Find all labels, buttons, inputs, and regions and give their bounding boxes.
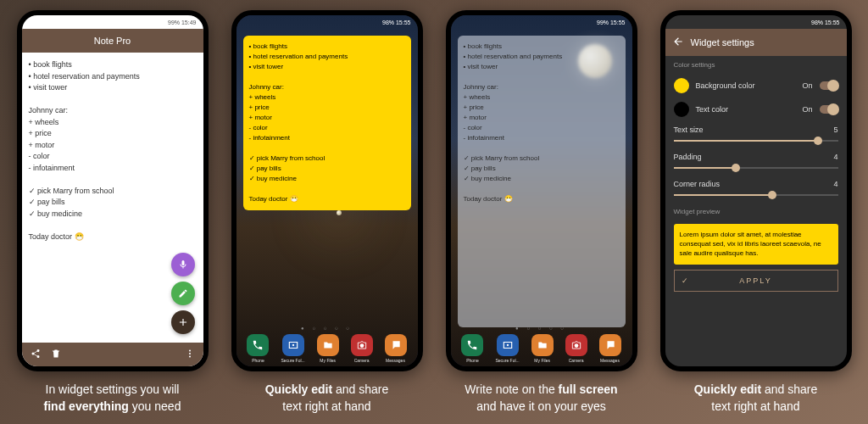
- more-icon[interactable]: [185, 347, 195, 362]
- dock: Phone Secure Fol... My Files Camera Mess…: [242, 334, 413, 363]
- share-icon[interactable]: [31, 347, 41, 362]
- caption: Quickly edit and sharetext right at hand: [694, 382, 818, 415]
- app-files[interactable]: My Files: [317, 334, 339, 363]
- add-button[interactable]: [171, 310, 195, 334]
- app-camera[interactable]: Camera: [565, 334, 587, 363]
- slider-corner[interactable]: [674, 194, 838, 196]
- back-icon[interactable]: [672, 36, 684, 49]
- app-title: Note Pro: [94, 36, 131, 46]
- settings-title: Widget settings: [691, 37, 754, 47]
- panel-3: 99% 15:55 • book flights• hotel reservat…: [437, 10, 647, 415]
- svg-point-2: [189, 356, 191, 358]
- panel-2: 98% 15:55 • book flights• hotel reservat…: [222, 10, 432, 415]
- status-bar: 98% 15:55: [665, 15, 847, 29]
- fab-stack: [171, 253, 195, 334]
- app-secure[interactable]: Secure Fol...: [281, 334, 304, 363]
- svg-point-0: [189, 350, 191, 352]
- check-icon: ✓: [682, 276, 690, 285]
- app-messages[interactable]: Messages: [385, 334, 407, 363]
- panel-1: 99% 15:49 Note Pro • book flights• hotel…: [8, 10, 218, 415]
- widget-preview: Lorem ipsum dolor sit amet, at molestiae…: [674, 224, 838, 265]
- widget-note[interactable]: • book flights• hotel reservation and pa…: [243, 36, 411, 210]
- toggle-bg[interactable]: [820, 81, 838, 90]
- caption: In widget settings you willfind everythi…: [44, 382, 181, 415]
- status-bar: 99% 15:55: [451, 15, 632, 29]
- slider-textsize[interactable]: [674, 140, 838, 142]
- section-preview: Widget preview: [665, 203, 847, 220]
- panel-4: 98% 15:55 Widget settings Color settings…: [651, 10, 861, 415]
- phone-frame: 99% 15:49 Note Pro • book flights• hotel…: [17, 10, 209, 371]
- section-color: Color settings: [665, 56, 847, 74]
- svg-point-6: [574, 343, 578, 348]
- edit-button[interactable]: [171, 282, 195, 305]
- voice-button[interactable]: [171, 253, 195, 276]
- trash-icon[interactable]: [51, 347, 61, 362]
- status-bar: 98% 15:55: [236, 15, 418, 29]
- row-text-color[interactable]: Text colorOn: [665, 98, 847, 121]
- apply-button[interactable]: ✓APPLY: [674, 270, 838, 292]
- svg-point-1: [189, 353, 191, 354]
- widget-note-full[interactable]: • book flights• hotel reservation and pa…: [458, 36, 626, 327]
- app-header: Note Pro: [22, 29, 203, 53]
- dock: Phone Secure Fol... My Files Camera Mess…: [456, 334, 627, 363]
- app-messages[interactable]: Messages: [599, 334, 621, 363]
- caption: Quickly edit and sharetext right at hand: [265, 382, 389, 415]
- app-secure[interactable]: Secure Fol...: [495, 334, 519, 363]
- phone-frame: 98% 15:55 Widget settings Color settings…: [660, 10, 852, 371]
- svg-point-5: [506, 344, 508, 346]
- status-bar: 99% 15:49: [22, 15, 203, 29]
- page-dots: ● ○ ○ ○ ○: [451, 326, 632, 331]
- settings-header: Widget settings: [665, 29, 847, 56]
- page-dots: ● ○ ○ ○ ○: [236, 326, 418, 331]
- svg-point-3: [292, 344, 293, 346]
- app-phone[interactable]: Phone: [461, 334, 483, 363]
- app-phone[interactable]: Phone: [247, 334, 269, 363]
- phone-frame: 98% 15:55 • book flights• hotel reservat…: [231, 10, 423, 371]
- app-files[interactable]: My Files: [531, 334, 554, 363]
- row-bg-color[interactable]: Background colorOn: [665, 74, 847, 98]
- bottom-toolbar: [22, 343, 203, 366]
- caption: Write note on the full screenand have it…: [465, 382, 617, 415]
- toggle-text[interactable]: [820, 105, 838, 114]
- slider-padding[interactable]: [674, 167, 838, 169]
- app-camera[interactable]: Camera: [351, 334, 373, 363]
- phone-frame: 99% 15:55 • book flights• hotel reservat…: [446, 10, 637, 371]
- svg-point-4: [359, 343, 364, 348]
